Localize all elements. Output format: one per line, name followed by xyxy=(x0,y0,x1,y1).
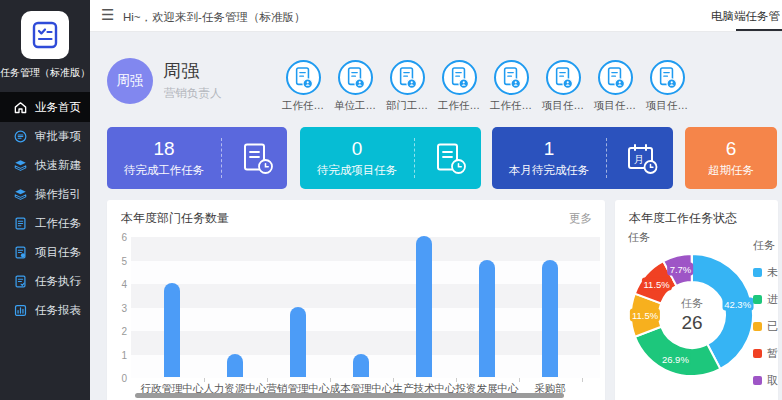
stat-card-4[interactable]: 6 超期任务 xyxy=(685,127,777,189)
doc-clock-icon xyxy=(433,142,469,176)
tab-active-underline xyxy=(736,29,782,31)
stat-value: 18 xyxy=(153,138,174,160)
task-doc-icon xyxy=(546,60,581,95)
stat-value: 0 xyxy=(352,138,363,160)
stat-label: 待完成项目任务 xyxy=(317,163,398,178)
task-checklist-icon xyxy=(30,20,60,50)
legend-item-4[interactable]: 暂 xyxy=(753,346,778,361)
cube-icon xyxy=(13,187,28,202)
bar-投资发展中心 xyxy=(479,260,495,378)
hamburger-menu-icon[interactable]: ☰ xyxy=(101,6,114,24)
user-role: 营销负责人 xyxy=(164,86,222,101)
quick-action-5[interactable]: 工作任… xyxy=(485,60,537,113)
donut-chart-title: 本年度工作任务状态 xyxy=(629,210,737,227)
sidebar-item-6[interactable]: 项目任务› xyxy=(0,238,90,267)
sidebar-item-7[interactable]: 任务执行› xyxy=(0,267,90,296)
bar-行政管理中心 xyxy=(164,283,180,377)
slice-percent-label: 42.3% xyxy=(722,297,753,310)
dashed-divider xyxy=(414,138,415,178)
task-doc-icon xyxy=(442,60,477,95)
sidebar-item-8[interactable]: 任务报表› xyxy=(0,296,90,325)
quick-action-1[interactable]: 工作任… xyxy=(277,60,329,113)
tab-pc-task[interactable]: 电脑端任务管 xyxy=(711,9,780,24)
sidebar-item-5[interactable]: 工作任务› xyxy=(0,209,90,238)
quick-action-4[interactable]: 工作任… xyxy=(433,60,485,113)
sidebar-item-3[interactable]: 快速新建› xyxy=(0,151,90,180)
legend-label: 暂 xyxy=(767,346,778,361)
doc-clock-icon xyxy=(240,142,276,176)
user-name: 周强 xyxy=(163,59,199,83)
donut-center-text: 任务 26 xyxy=(652,296,732,334)
sidebar-item-label: 任务报表 xyxy=(35,303,81,318)
task-doc-icon xyxy=(286,60,321,95)
quick-action-2[interactable]: 单位工… xyxy=(329,60,381,113)
quick-action-label: 项目任… xyxy=(589,99,641,113)
quick-action-8[interactable]: 项目任… xyxy=(641,60,693,113)
quick-action-6[interactable]: 项目任… xyxy=(537,60,589,113)
bar-人力资源中心 xyxy=(227,354,243,378)
stat-label: 超期任务 xyxy=(708,163,754,178)
app-logo xyxy=(21,11,69,59)
sidebar-item-2[interactable]: 审批事项 xyxy=(0,122,90,151)
sidebar: 任务管理（标准版） 业务首页 审批事项 快速新建› 操作指引 工作任务› 项目任… xyxy=(0,0,90,400)
stat-label: 待完成工作任务 xyxy=(124,163,205,178)
sidebar-item-label: 任务执行 xyxy=(35,274,81,289)
legend-item-2[interactable]: 进 xyxy=(753,292,778,307)
y-axis-tick: 3 xyxy=(109,303,127,314)
stat-card-3[interactable]: 1 本月待完成任务 月 xyxy=(492,127,673,189)
bar-chart-title: 本年度部门任务数量 xyxy=(121,210,229,227)
calendar-clock-icon: 月 xyxy=(625,142,661,176)
bar-采购部 xyxy=(542,260,558,378)
y-axis-tick: 1 xyxy=(109,350,127,361)
bar-chart-panel: 本年度部门任务数量 更多 行政管理中心人力资源中心营销管理中心成本管理中心生产技… xyxy=(107,200,605,400)
slice-percent-label: 7.7% xyxy=(668,263,694,276)
stat-card-2[interactable]: 0 待完成项目任务 xyxy=(300,127,481,189)
stat-value: 6 xyxy=(726,138,737,160)
bar-营销管理中心 xyxy=(290,307,306,378)
approval-icon xyxy=(13,129,28,144)
top-header: ☰ Hi~，欢迎来到-任务管理（标准版） 电脑端任务管 xyxy=(90,0,782,32)
quick-action-label: 工作任… xyxy=(485,99,537,113)
grid-band xyxy=(131,331,600,355)
more-link[interactable]: 更多 xyxy=(569,211,592,226)
horizontal-scrollbar[interactable] xyxy=(135,393,564,398)
y-axis-tick: 6 xyxy=(109,232,127,243)
chevron-right-icon: › xyxy=(77,247,81,259)
slice-percent-label: 11.5% xyxy=(630,309,660,322)
svg-text:月: 月 xyxy=(634,154,644,165)
sidebar-item-label: 项目任务 xyxy=(35,245,81,260)
sidebar-item-4[interactable]: 操作指引 xyxy=(0,180,90,209)
chevron-right-icon: › xyxy=(77,160,81,172)
app-root: 任务管理（标准版） 业务首页 审批事项 快速新建› 操作指引 工作任务› 项目任… xyxy=(0,0,782,400)
donut-chart-panel: 本年度工作任务状态 任务 任务 26 42.3%26.9%11.5%11.5%7… xyxy=(615,200,778,400)
stat-card-1[interactable]: 18 待完成工作任务 xyxy=(107,127,287,189)
grid-band xyxy=(131,284,600,308)
legend-item-3[interactable]: 已 xyxy=(753,319,778,334)
app-title: 任务管理（标准版） xyxy=(0,66,90,80)
legend-color-swatch xyxy=(753,322,762,331)
chevron-right-icon: › xyxy=(77,276,81,288)
y-axis-tick: 2 xyxy=(109,326,127,337)
quick-action-label: 部门工… xyxy=(381,99,433,113)
quick-action-3[interactable]: 部门工… xyxy=(381,60,433,113)
doc-check-icon xyxy=(13,274,28,289)
sidebar-item-label: 业务首页 xyxy=(35,100,81,115)
legend-color-swatch xyxy=(753,376,762,385)
chevron-right-icon: › xyxy=(77,305,81,317)
legend-color-swatch xyxy=(753,295,762,304)
sidebar-item-label: 工作任务 xyxy=(35,216,81,231)
sidebar-item-1[interactable]: 业务首页 xyxy=(0,92,90,122)
grid-band xyxy=(131,261,600,285)
doc-badge-icon xyxy=(13,245,28,260)
legend-item-1[interactable]: 未 xyxy=(753,265,778,280)
cube-icon xyxy=(13,158,28,173)
slice-percent-label: 26.9% xyxy=(660,352,691,365)
legend-item-5[interactable]: 取 xyxy=(753,373,778,388)
quick-action-label: 项目任… xyxy=(641,99,693,113)
quick-action-7[interactable]: 项目任… xyxy=(589,60,641,113)
chevron-right-icon: › xyxy=(77,218,81,230)
stat-label: 本月待完成任务 xyxy=(509,163,590,178)
legend-title: 任务： xyxy=(753,238,778,253)
y-axis-tick: 5 xyxy=(109,256,127,267)
quick-action-label: 工作任… xyxy=(433,99,485,113)
